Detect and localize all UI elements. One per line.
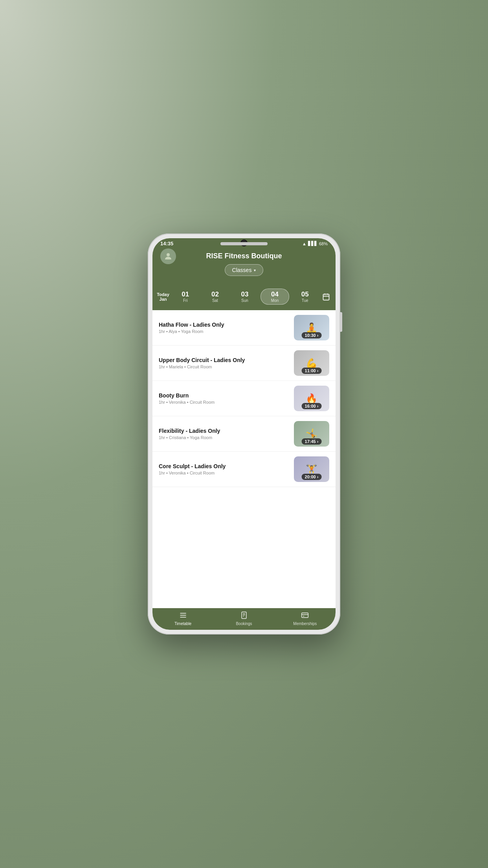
month-label: Jan (158, 297, 169, 302)
class-time-badge-3: 17:45 › (302, 438, 322, 445)
class-meta-1: 1hr • Mariela • Circuit Room (159, 364, 294, 369)
dropdown-label: Classes (232, 267, 252, 273)
timetable-icon (179, 611, 187, 620)
date-num-04: 04 (271, 291, 279, 298)
date-day-04: Mon (271, 298, 279, 303)
class-meta-4: 1hr • Veronika • Circuit Room (159, 471, 294, 475)
date-day-03: Sun (241, 298, 248, 303)
class-item-4[interactable]: Core Sculpt - Ladies Only 1hr • Veronika… (152, 452, 336, 487)
today-label: Today (157, 292, 169, 297)
class-time-badge-2: 16:00 › (302, 403, 322, 409)
tab-bar: Timetable Bookings (152, 608, 336, 630)
status-time: 14:35 (160, 241, 173, 246)
phone-notch (220, 242, 268, 245)
class-item-1[interactable]: Upper Body Circuit - Ladies Only 1hr • M… (152, 346, 336, 381)
class-meta-3: 1hr • Cristiana • Yoga Room (159, 435, 294, 440)
class-thumb-1: 💪 11:00 › (294, 350, 329, 376)
app-header: RISE Fitness Boutique Classes ▾ (152, 248, 336, 287)
tab-timetable-label: Timetable (174, 622, 192, 626)
phone-screen: 14:35 ▲ ▋▋▋ 68% RISE Fitness Boutique Cl… (152, 238, 336, 630)
bookings-icon (240, 611, 248, 620)
tab-memberships-label: Memberships (293, 622, 317, 626)
date-num-05: 05 (301, 291, 309, 298)
class-thumb-4: 🏋️ 20:00 › (294, 456, 329, 482)
date-item-02[interactable]: 02 Sat (201, 289, 229, 304)
chevron-down-icon: ▾ (254, 268, 256, 272)
class-info-0: Hatha Flow - Ladies Only 1hr • Alya • Yo… (159, 322, 294, 334)
svg-point-0 (167, 253, 170, 256)
date-num-01: 01 (182, 291, 189, 298)
phone-frame: 14:35 ▲ ▋▋▋ 68% RISE Fitness Boutique Cl… (148, 234, 340, 634)
class-name-0: Hatha Flow - Ladies Only (159, 322, 294, 328)
header-top: RISE Fitness Boutique (160, 252, 328, 260)
tab-bookings-label: Bookings (236, 622, 252, 626)
class-time-badge-1: 11:00 › (302, 368, 322, 374)
side-button (340, 312, 342, 332)
classes-dropdown[interactable]: Classes ▾ (225, 264, 264, 276)
status-icons: ▲ ▋▋▋ 68% (302, 241, 328, 246)
class-thumb-2: 🔥 16:00 › (294, 386, 329, 411)
tab-timetable[interactable]: Timetable (152, 611, 213, 626)
classes-list: Hatha Flow - Ladies Only 1hr • Alya • Yo… (152, 310, 336, 608)
signal-icon: ▋▋▋ (308, 241, 317, 246)
class-thumb-0: 🧘 10:30 › (294, 315, 329, 340)
class-info-4: Core Sculpt - Ladies Only 1hr • Veronika… (159, 463, 294, 475)
memberships-icon (301, 611, 309, 620)
class-info-3: Flexibility - Ladies Only 1hr • Cristian… (159, 428, 294, 440)
class-name-2: Booty Burn (159, 392, 294, 399)
date-num-02: 02 (211, 291, 219, 298)
tab-memberships[interactable]: Memberships (275, 611, 336, 626)
class-item-0[interactable]: Hatha Flow - Ladies Only 1hr • Alya • Yo… (152, 310, 336, 346)
class-name-1: Upper Body Circuit - Ladies Only (159, 357, 294, 363)
class-time-badge-4: 20:00 › (302, 474, 322, 480)
class-info-2: Booty Burn 1hr • Veronika • Circuit Room (159, 392, 294, 405)
battery-icon: 68% (319, 241, 328, 246)
date-num-03: 03 (241, 291, 249, 298)
class-meta-2: 1hr • Veronika • Circuit Room (159, 400, 294, 405)
class-time-badge-0: 10:30 › (302, 332, 322, 338)
class-info-1: Upper Body Circuit - Ladies Only 1hr • M… (159, 357, 294, 369)
avatar[interactable] (160, 248, 176, 264)
date-item-03[interactable]: 03 Sun (231, 289, 259, 304)
svg-rect-12 (302, 613, 308, 618)
calendar-icon[interactable] (321, 293, 332, 301)
date-item-04[interactable]: 04 Mon (261, 289, 290, 305)
tab-bookings[interactable]: Bookings (213, 611, 274, 626)
date-day-02: Sat (212, 298, 218, 303)
class-item-3[interactable]: Flexibility - Ladies Only 1hr • Cristian… (152, 416, 336, 452)
class-name-3: Flexibility - Ladies Only (159, 428, 294, 434)
date-selector: Today Jan 01 Fri 02 Sat 03 Sun 04 Mon 05… (152, 287, 336, 310)
date-item-05[interactable]: 05 Tue (291, 289, 319, 304)
class-meta-0: 1hr • Alya • Yoga Room (159, 329, 294, 334)
class-item-2[interactable]: Booty Burn 1hr • Veronika • Circuit Room… (152, 381, 336, 416)
date-day-05: Tue (302, 298, 308, 303)
class-name-4: Core Sculpt - Ladies Only (159, 463, 294, 469)
wifi-icon: ▲ (302, 241, 306, 246)
date-item-01[interactable]: 01 Fri (171, 289, 200, 304)
class-thumb-3: 🤸 17:45 › (294, 421, 329, 447)
svg-rect-1 (323, 294, 329, 300)
app-title: RISE Fitness Boutique (206, 252, 282, 260)
date-day-01: Fri (183, 298, 188, 303)
